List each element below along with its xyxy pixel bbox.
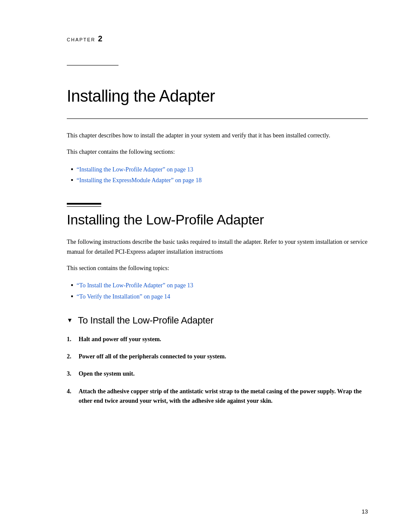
section-thin-rule: [67, 206, 101, 207]
subsection1-header: ▼ To Install the Low-Profile Adapter: [67, 315, 368, 326]
step-number: 2.: [67, 352, 77, 361]
section1-link-2[interactable]: “To Verify the Installation” on page 14: [77, 291, 170, 302]
chapter-header: CHAPTER 2: [67, 34, 368, 65]
section-divider-block: [67, 203, 368, 207]
step-number: 1.: [67, 335, 77, 344]
section1-intro: The following instructions describe the …: [67, 237, 368, 257]
intro-link-1[interactable]: “Installing the Low-Profile Adapter” on …: [77, 164, 193, 175]
chapter-number: 2: [98, 34, 103, 44]
chapter-underline: [67, 65, 118, 65]
section-thick-rule: [67, 203, 101, 205]
step-text: Open the system unit.: [79, 369, 135, 379]
list-item: “Installing the ExpressModule Adapter” o…: [71, 175, 368, 186]
intro-link-2[interactable]: “Installing the ExpressModule Adapter” o…: [77, 175, 202, 186]
list-item: “To Install the Low-Profile Adapter” on …: [71, 280, 368, 291]
section1-title: Installing the Low-Profile Adapter: [67, 212, 368, 228]
step-1: 1. Halt and power off your system.: [67, 335, 368, 344]
step-2: 2. Power off all of the peripherals conn…: [67, 352, 368, 361]
step-number: 4.: [67, 387, 77, 396]
section1-topics-label: This section contains the following topi…: [67, 264, 368, 273]
page: CHAPTER 2 Installing the Adapter This ch…: [0, 0, 411, 532]
subsection1: ▼ To Install the Low-Profile Adapter 1. …: [67, 315, 368, 406]
step-4: 4. Attach the adhesive copper strip of t…: [67, 387, 368, 405]
intro-paragraph-1: This chapter describes how to install th…: [67, 131, 368, 140]
step-text: Power off all of the peripherals connect…: [79, 352, 226, 361]
subsection1-title: To Install the Low-Profile Adapter: [78, 315, 214, 326]
step-text: Halt and power off your system.: [79, 335, 162, 344]
main-title: Installing the Adapter: [67, 87, 368, 106]
step-text: Attach the adhesive copper strip of the …: [79, 387, 368, 405]
step-3: 3. Open the system unit.: [67, 369, 368, 379]
intro-paragraph-2: This chapter contains the following sect…: [67, 147, 368, 157]
section1-links-list: “To Install the Low-Profile Adapter” on …: [71, 280, 368, 302]
section1-link-1[interactable]: “To Install the Low-Profile Adapter” on …: [77, 280, 193, 291]
list-item: “Installing the Low-Profile Adapter” on …: [71, 164, 368, 175]
intro-links-list: “Installing the Low-Profile Adapter” on …: [71, 164, 368, 186]
chapter-label-container: CHAPTER 2: [67, 34, 368, 44]
page-number: 13: [362, 508, 368, 515]
chapter-word: CHAPTER: [67, 37, 96, 42]
steps-list: 1. Halt and power off your system. 2. Po…: [67, 335, 368, 406]
triangle-icon: ▼: [67, 317, 73, 324]
chapter-divider: [67, 118, 368, 119]
content-area: CHAPTER 2 Installing the Adapter This ch…: [0, 0, 411, 448]
list-item: “To Verify the Installation” on page 14: [71, 291, 368, 302]
step-number: 3.: [67, 369, 77, 379]
